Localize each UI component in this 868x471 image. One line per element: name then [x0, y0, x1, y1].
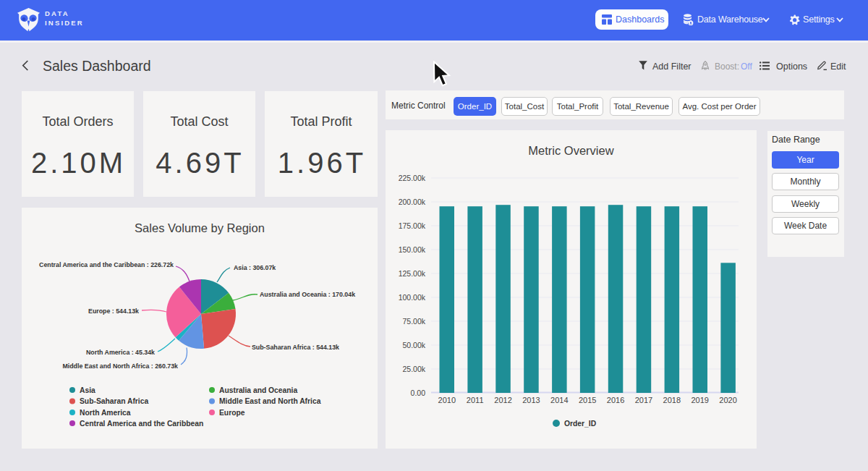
svg-text:Australia and Oceania: Australia and Oceania	[219, 386, 297, 394]
svg-text:Central America and the Caribb: Central America and the Caribbean : 226.…	[39, 261, 174, 268]
svg-text:2014: 2014	[550, 396, 568, 404]
svg-text:2010: 2010	[438, 396, 456, 404]
svg-text:Sub-Saharan Africa : 544.13k: Sub-Saharan Africa : 544.13k	[252, 344, 339, 351]
svg-text:Australia and Oceania : 170.04: Australia and Oceania : 170.04k	[260, 291, 355, 298]
svg-text:150.00k: 150.00k	[399, 245, 426, 254]
svg-text:Middle East and North Africa :: Middle East and North Africa : 260.73k	[62, 362, 178, 370]
svg-text:2015: 2015	[579, 396, 596, 404]
svg-text:2018: 2018	[663, 396, 681, 404]
svg-text:Asia : 306.07k: Asia : 306.07k	[234, 264, 276, 271]
svg-text:Order_ID: Order_ID	[564, 420, 596, 428]
svg-text:2016: 2016	[607, 396, 624, 404]
svg-text:50.00k: 50.00k	[402, 341, 425, 349]
svg-text:2017: 2017	[635, 396, 652, 404]
svg-text:25.00k: 25.00k	[402, 365, 425, 373]
svg-text:100.00k: 100.00k	[399, 293, 426, 302]
svg-text:2013: 2013	[522, 396, 540, 404]
svg-text:North America : 45.34k: North America : 45.34k	[86, 349, 155, 356]
svg-text:Middle East and North Africa: Middle East and North Africa	[219, 397, 321, 405]
svg-text:Europe: Europe	[219, 409, 245, 417]
svg-text:200.00k: 200.00k	[399, 198, 426, 206]
svg-text:75.00k: 75.00k	[402, 317, 425, 326]
svg-text:2012: 2012	[494, 396, 511, 404]
svg-text:Sub-Saharan Africa: Sub-Saharan Africa	[80, 397, 148, 405]
svg-text:0.00: 0.00	[411, 389, 426, 397]
svg-text:2011: 2011	[467, 396, 484, 404]
svg-text:2019: 2019	[691, 396, 708, 404]
svg-text:Metric Overview: Metric Overview	[528, 144, 613, 157]
svg-text:175.00k: 175.00k	[399, 221, 426, 230]
svg-text:225.00k: 225.00k	[399, 174, 426, 182]
svg-text:Central America and the Caribb: Central America and the Caribbean	[80, 420, 203, 428]
svg-text:125.00k: 125.00k	[399, 269, 426, 278]
svg-text:Sales Volume by Region: Sales Volume by Region	[135, 221, 265, 234]
svg-text:North America: North America	[80, 409, 131, 417]
svg-text:Europe : 544.13k: Europe : 544.13k	[88, 307, 139, 315]
svg-text:Asia: Asia	[80, 386, 95, 394]
svg-text:2020: 2020	[719, 396, 736, 404]
